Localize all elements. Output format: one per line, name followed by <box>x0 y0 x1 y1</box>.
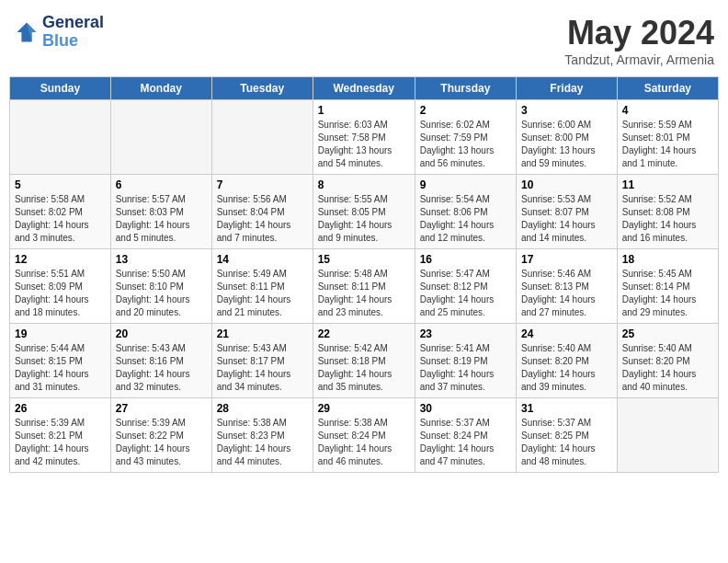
day-info: Sunrise: 5:40 AMSunset: 8:20 PMDaylight:… <box>521 342 612 394</box>
month-year: May 2024 <box>564 14 714 52</box>
weekday-header: Saturday <box>617 77 718 100</box>
calendar-cell: 22Sunrise: 5:42 AMSunset: 8:18 PMDayligh… <box>313 324 415 398</box>
weekday-header: Sunday <box>10 77 111 100</box>
day-info: Sunrise: 5:39 AMSunset: 8:21 PMDaylight:… <box>15 417 106 468</box>
day-info: Sunrise: 5:37 AMSunset: 8:25 PMDaylight:… <box>521 417 612 468</box>
calendar-week-row: 19Sunrise: 5:44 AMSunset: 8:15 PMDayligh… <box>10 324 719 398</box>
calendar-cell: 6Sunrise: 5:57 AMSunset: 8:03 PMDaylight… <box>110 175 211 249</box>
day-info: Sunrise: 5:39 AMSunset: 8:22 PMDaylight:… <box>116 417 207 468</box>
weekday-header: Thursday <box>415 77 516 100</box>
calendar-table: SundayMondayTuesdayWednesdayThursdayFrid… <box>9 76 719 473</box>
day-number: 18 <box>622 253 713 266</box>
day-info: Sunrise: 5:50 AMSunset: 8:10 PMDaylight:… <box>116 268 207 319</box>
calendar-cell: 16Sunrise: 5:47 AMSunset: 8:12 PMDayligh… <box>415 249 516 324</box>
calendar-cell <box>211 100 313 175</box>
day-info: Sunrise: 5:43 AMSunset: 8:17 PMDaylight:… <box>217 342 308 394</box>
calendar-cell: 8Sunrise: 5:55 AMSunset: 8:05 PMDaylight… <box>313 175 415 249</box>
day-number: 31 <box>521 402 612 415</box>
calendar-header-row: SundayMondayTuesdayWednesdayThursdayFrid… <box>10 77 719 100</box>
day-number: 3 <box>521 104 612 117</box>
day-number: 11 <box>622 178 713 191</box>
day-info: Sunrise: 5:41 AMSunset: 8:19 PMDaylight:… <box>420 342 511 394</box>
day-number: 17 <box>521 253 612 266</box>
day-number: 29 <box>318 402 410 415</box>
day-info: Sunrise: 6:00 AMSunset: 8:00 PMDaylight:… <box>521 119 612 170</box>
calendar-cell: 7Sunrise: 5:56 AMSunset: 8:04 PMDaylight… <box>211 175 313 249</box>
day-number: 6 <box>116 178 207 191</box>
day-number: 15 <box>318 253 410 266</box>
day-info: Sunrise: 5:46 AMSunset: 8:13 PMDaylight:… <box>521 268 612 319</box>
calendar-cell: 21Sunrise: 5:43 AMSunset: 8:17 PMDayligh… <box>211 324 313 398</box>
weekday-header: Wednesday <box>313 77 415 100</box>
day-number: 27 <box>116 402 207 415</box>
calendar-cell: 24Sunrise: 5:40 AMSunset: 8:20 PMDayligh… <box>516 324 617 398</box>
calendar-cell: 27Sunrise: 5:39 AMSunset: 8:22 PMDayligh… <box>110 398 211 473</box>
day-info: Sunrise: 5:56 AMSunset: 8:04 PMDaylight:… <box>217 193 308 245</box>
day-number: 7 <box>217 178 308 191</box>
day-number: 2 <box>420 104 511 117</box>
day-info: Sunrise: 5:43 AMSunset: 8:16 PMDaylight:… <box>116 342 207 394</box>
calendar-cell: 15Sunrise: 5:48 AMSunset: 8:11 PMDayligh… <box>313 249 415 324</box>
calendar-week-row: 5Sunrise: 5:58 AMSunset: 8:02 PMDaylight… <box>10 175 719 249</box>
day-info: Sunrise: 5:58 AMSunset: 8:02 PMDaylight:… <box>15 193 106 245</box>
day-number: 16 <box>420 253 511 266</box>
calendar-cell: 11Sunrise: 5:52 AMSunset: 8:08 PMDayligh… <box>617 175 718 249</box>
calendar-cell: 23Sunrise: 5:41 AMSunset: 8:19 PMDayligh… <box>415 324 516 398</box>
day-info: Sunrise: 5:53 AMSunset: 8:07 PMDaylight:… <box>521 193 612 245</box>
calendar-cell: 30Sunrise: 5:37 AMSunset: 8:24 PMDayligh… <box>415 398 516 473</box>
calendar-cell: 14Sunrise: 5:49 AMSunset: 8:11 PMDayligh… <box>211 249 313 324</box>
day-info: Sunrise: 6:03 AMSunset: 7:58 PMDaylight:… <box>318 119 410 170</box>
calendar-cell: 19Sunrise: 5:44 AMSunset: 8:15 PMDayligh… <box>10 324 111 398</box>
day-info: Sunrise: 5:49 AMSunset: 8:11 PMDaylight:… <box>217 268 308 319</box>
day-number: 22 <box>318 327 410 340</box>
day-number: 28 <box>217 402 308 415</box>
weekday-header: Tuesday <box>211 77 313 100</box>
calendar-cell: 1Sunrise: 6:03 AMSunset: 7:58 PMDaylight… <box>313 100 415 175</box>
day-number: 23 <box>420 327 511 340</box>
day-number: 21 <box>217 327 308 340</box>
calendar-cell: 26Sunrise: 5:39 AMSunset: 8:21 PMDayligh… <box>10 398 111 473</box>
title-block: May 2024 Tandzut, Armavir, Armenia <box>564 14 714 67</box>
calendar-cell: 13Sunrise: 5:50 AMSunset: 8:10 PMDayligh… <box>110 249 211 324</box>
day-number: 19 <box>15 327 106 340</box>
day-number: 5 <box>15 178 106 191</box>
weekday-header: Friday <box>516 77 617 100</box>
calendar-cell: 25Sunrise: 5:40 AMSunset: 8:20 PMDayligh… <box>617 324 718 398</box>
calendar-cell <box>617 398 718 473</box>
day-number: 12 <box>15 253 106 266</box>
day-info: Sunrise: 5:47 AMSunset: 8:12 PMDaylight:… <box>420 268 511 319</box>
day-number: 24 <box>521 327 612 340</box>
day-info: Sunrise: 5:57 AMSunset: 8:03 PMDaylight:… <box>116 193 207 245</box>
day-info: Sunrise: 5:45 AMSunset: 8:14 PMDaylight:… <box>622 268 713 319</box>
day-number: 9 <box>420 178 511 191</box>
day-number: 10 <box>521 178 612 191</box>
calendar-cell: 4Sunrise: 5:59 AMSunset: 8:01 PMDaylight… <box>617 100 718 175</box>
logo: General Blue <box>14 14 104 51</box>
day-number: 4 <box>622 104 713 117</box>
day-info: Sunrise: 5:52 AMSunset: 8:08 PMDaylight:… <box>622 193 713 245</box>
day-number: 25 <box>622 327 713 340</box>
calendar-cell: 3Sunrise: 6:00 AMSunset: 8:00 PMDaylight… <box>516 100 617 175</box>
day-number: 14 <box>217 253 308 266</box>
calendar-cell: 20Sunrise: 5:43 AMSunset: 8:16 PMDayligh… <box>110 324 211 398</box>
day-info: Sunrise: 5:51 AMSunset: 8:09 PMDaylight:… <box>15 268 106 319</box>
calendar-cell: 29Sunrise: 5:38 AMSunset: 8:24 PMDayligh… <box>313 398 415 473</box>
day-info: Sunrise: 6:02 AMSunset: 7:59 PMDaylight:… <box>420 119 511 170</box>
calendar-cell <box>10 100 111 175</box>
day-info: Sunrise: 5:40 AMSunset: 8:20 PMDaylight:… <box>622 342 713 394</box>
calendar-cell: 31Sunrise: 5:37 AMSunset: 8:25 PMDayligh… <box>516 398 617 473</box>
day-info: Sunrise: 5:44 AMSunset: 8:15 PMDaylight:… <box>15 342 106 394</box>
weekday-header: Monday <box>110 77 211 100</box>
day-info: Sunrise: 5:38 AMSunset: 8:23 PMDaylight:… <box>217 417 308 468</box>
calendar-week-row: 26Sunrise: 5:39 AMSunset: 8:21 PMDayligh… <box>10 398 719 473</box>
day-number: 20 <box>116 327 207 340</box>
day-info: Sunrise: 5:54 AMSunset: 8:06 PMDaylight:… <box>420 193 511 245</box>
calendar-cell: 18Sunrise: 5:45 AMSunset: 8:14 PMDayligh… <box>617 249 718 324</box>
day-info: Sunrise: 5:59 AMSunset: 8:01 PMDaylight:… <box>622 119 713 170</box>
calendar-cell: 12Sunrise: 5:51 AMSunset: 8:09 PMDayligh… <box>10 249 111 324</box>
calendar-cell <box>110 100 211 175</box>
location: Tandzut, Armavir, Armenia <box>564 52 714 67</box>
calendar-cell: 17Sunrise: 5:46 AMSunset: 8:13 PMDayligh… <box>516 249 617 324</box>
page-header: General Blue May 2024 Tandzut, Armavir, … <box>9 9 719 67</box>
day-info: Sunrise: 5:42 AMSunset: 8:18 PMDaylight:… <box>318 342 410 394</box>
